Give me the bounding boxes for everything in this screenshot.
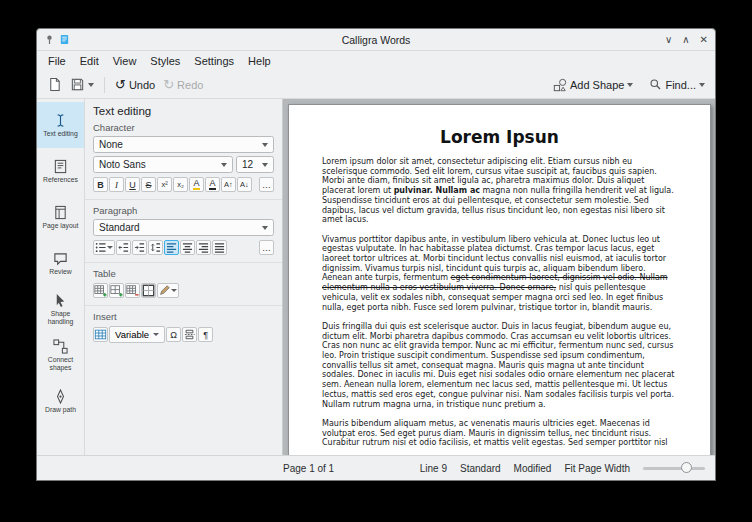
undo-icon: ↺ [115, 78, 126, 91]
titlebar[interactable]: Calligra Words ∨ ∧ ✕ [37, 29, 715, 51]
save-button[interactable] [67, 75, 97, 94]
document-page[interactable]: Lorem Ipsun Lorem ipsum dolor sit amet, … [288, 104, 711, 455]
redo-label: Redo [177, 79, 203, 91]
tab-draw-path[interactable]: Draw path [37, 378, 84, 424]
align-center-icon [182, 242, 193, 253]
superscript-button[interactable]: x² [157, 177, 172, 192]
save-icon [70, 77, 85, 92]
highlight-color-button[interactable]: A [189, 177, 204, 192]
tab-text-editing[interactable]: Text editing [37, 102, 84, 148]
add-shape-icon [553, 78, 567, 92]
strikethrough-button[interactable]: S [141, 177, 156, 192]
text-run[interactable]: pulvinar. Nullam ac [394, 186, 480, 195]
text-editing-docker: Text editing Character None Noto Sans 12 [85, 99, 283, 455]
menu-styles[interactable]: Styles [143, 53, 187, 69]
line-spacing-button[interactable] [148, 240, 163, 255]
docker-separator [85, 199, 282, 200]
document-paragraphs[interactable]: Lorem ipsum dolor sit amet, consectetur … [322, 157, 677, 448]
pen-nib-icon [53, 389, 68, 404]
border-pen-button[interactable] [157, 283, 179, 298]
font-size-dropdown[interactable]: 12 [236, 156, 274, 173]
menu-help[interactable]: Help [241, 53, 278, 69]
text-run[interactable]: Duis fringilla dui quis est scelerisque … [322, 322, 674, 409]
document-paragraph[interactable]: Mauris bibendum aliquam metus, ac venena… [322, 419, 677, 448]
redo-button[interactable]: ↻ Redo [160, 76, 206, 93]
new-document-button[interactable] [44, 75, 65, 94]
pen-icon [159, 285, 170, 296]
subscript-button[interactable]: x₂ [173, 177, 188, 192]
table-section-label: Table [93, 268, 274, 279]
document-paragraph[interactable]: Duis fringilla dui quis est scelerisque … [322, 322, 677, 409]
menu-view[interactable]: View [106, 53, 144, 69]
decrease-indent-button[interactable] [116, 240, 131, 255]
document-paragraph[interactable]: Vivamus porttitor dapibus ante, in vesti… [322, 235, 677, 313]
tab-review[interactable]: Review [37, 240, 84, 286]
font-family-dropdown[interactable]: Noto Sans [93, 156, 233, 173]
more-paragraph-options-button[interactable]: … [259, 240, 274, 255]
decrease-indent-icon [118, 242, 129, 253]
paragraph-style-dropdown[interactable]: Standard [93, 219, 274, 236]
document-paragraph[interactable]: Lorem ipsum dolor sit amet, consectetur … [322, 157, 677, 225]
character-style-dropdown[interactable]: None [93, 136, 274, 153]
grow-font-button[interactable]: A↑ [221, 177, 236, 192]
highlight-color-icon: A [193, 179, 199, 190]
special-character-button[interactable]: Ω [166, 327, 181, 342]
align-justify-button[interactable] [212, 240, 227, 255]
add-shape-label: Add Shape [570, 79, 624, 91]
insert-page-break-button[interactable] [182, 327, 197, 342]
document-heading[interactable]: Lorem Ipsun [322, 127, 677, 147]
increase-indent-button[interactable] [132, 240, 147, 255]
table-borders-button[interactable] [141, 283, 156, 298]
connector-icon [53, 339, 68, 354]
save-dropdown-chevron-icon[interactable] [88, 83, 94, 87]
line-indicator: Line 9 [420, 463, 447, 474]
docker-separator [85, 305, 282, 306]
tab-references[interactable]: References [37, 148, 84, 194]
chevron-down-icon [171, 289, 177, 292]
document-canvas[interactable]: Lorem Ipsun Lorem ipsum dolor sit amet, … [283, 99, 715, 455]
align-center-button[interactable] [180, 240, 195, 255]
undo-button[interactable]: ↺ Undo [112, 76, 158, 93]
tab-shape-handling[interactable]: Shape handling [37, 286, 84, 332]
font-family-value: Noto Sans [99, 159, 146, 170]
more-character-options-button[interactable]: … [259, 177, 274, 192]
special-character-icon: Ω [170, 330, 177, 340]
menu-edit[interactable]: Edit [73, 53, 106, 69]
delete-row-button[interactable] [125, 283, 140, 298]
insert-variable-dropdown[interactable]: Variable [109, 326, 165, 343]
shrink-font-button[interactable]: A↓ [237, 177, 252, 192]
minimize-button[interactable]: ∨ [665, 34, 672, 45]
font-color-button[interactable]: A [205, 177, 220, 192]
formatting-marks-button[interactable]: ¶ [198, 327, 213, 342]
tab-connect-shapes[interactable]: Connect shapes [37, 332, 84, 378]
align-left-icon [166, 242, 177, 253]
add-shape-button[interactable]: Add Shape [550, 76, 636, 94]
chevron-down-icon [262, 163, 268, 167]
pin-icon[interactable] [44, 34, 55, 45]
find-button[interactable]: Find... [646, 76, 708, 93]
maximize-button[interactable]: ∧ [682, 34, 689, 45]
menubar: File Edit View Styles Settings Help [37, 51, 715, 71]
delete-row-icon [126, 284, 139, 297]
zoom-mode-button[interactable]: Fit Page Width [564, 463, 630, 474]
align-right-button[interactable] [196, 240, 211, 255]
underline-button[interactable]: U [125, 177, 140, 192]
window-title: Calligra Words [37, 34, 715, 46]
close-button[interactable]: ✕ [700, 34, 708, 45]
chevron-down-icon [262, 226, 268, 230]
tab-page-layout[interactable]: Page layout [37, 194, 84, 240]
italic-button[interactable]: I [109, 177, 124, 192]
menu-settings[interactable]: Settings [187, 53, 241, 69]
zoom-slider[interactable] [643, 467, 705, 470]
menu-file[interactable]: File [41, 53, 73, 69]
align-left-button[interactable] [164, 240, 179, 255]
zoom-slider-handle[interactable] [681, 462, 692, 473]
list-style-button[interactable] [93, 240, 115, 255]
insert-column-button[interactable] [109, 283, 124, 298]
text-run[interactable]: Mauris bibendum aliquam metus, ac venena… [322, 419, 668, 447]
bold-button[interactable]: B [93, 177, 108, 192]
insert-row-button[interactable] [93, 283, 108, 298]
cursor-arrow-icon [53, 293, 68, 308]
comment-bubble-icon [53, 251, 68, 266]
insert-table-button[interactable] [93, 327, 108, 342]
